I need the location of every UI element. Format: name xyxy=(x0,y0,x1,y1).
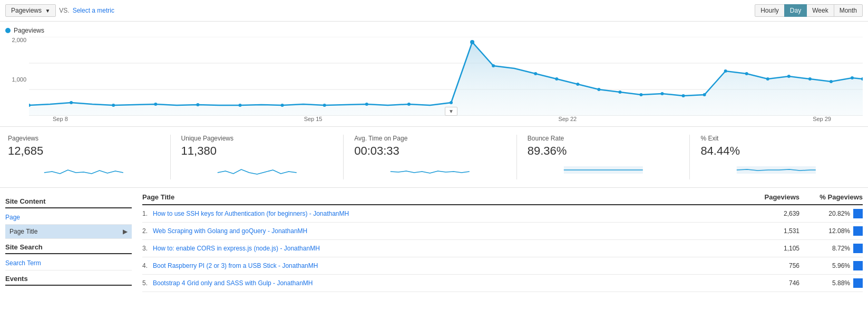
svg-point-20 xyxy=(576,83,579,86)
row-num-3: 3. xyxy=(142,245,153,252)
events-title: Events xyxy=(5,270,132,286)
arrow-icon: ▶ xyxy=(123,228,128,235)
metric-button-label: Pageviews xyxy=(11,7,42,14)
svg-point-28 xyxy=(745,72,748,75)
svg-point-17 xyxy=(492,64,495,67)
svg-point-8 xyxy=(154,103,157,106)
y-label-2000: 2,000 xyxy=(12,37,26,43)
dropdown-arrow-icon: ▼ xyxy=(45,8,50,14)
sidebar-link-search-term[interactable]: Search Term xyxy=(5,256,132,270)
svg-point-22 xyxy=(618,91,621,94)
svg-point-33 xyxy=(851,76,854,79)
metric-card-avg-time: Avg. Time on Page 00:03:33 xyxy=(344,135,517,179)
row-pct-text-2: 12.08% xyxy=(828,227,850,235)
pageviews-button[interactable]: Pageviews ▼ xyxy=(5,4,56,17)
svg-point-11 xyxy=(281,104,284,107)
metric-card-exit: % Exit 84.44% xyxy=(690,135,863,179)
chart-legend: Pageviews xyxy=(5,27,863,34)
metric-value-exit: 84.44% xyxy=(700,144,852,158)
pct-bar-5 xyxy=(853,278,863,288)
row-num-2: 2. xyxy=(142,227,153,235)
row-num-4: 4. xyxy=(142,262,153,269)
table-row: 5. Bootstrap 4 Grid only and SASS with G… xyxy=(142,275,863,292)
svg-point-30 xyxy=(787,75,791,78)
legend-label: Pageviews xyxy=(14,27,44,34)
svg-point-16 xyxy=(470,40,474,44)
sidebar-active-label: Page Title xyxy=(9,228,37,235)
svg-point-7 xyxy=(112,104,115,107)
row-pct-text-1: 20.82% xyxy=(828,210,850,217)
table-row: 1. How to use SSH keys for Authenticatio… xyxy=(142,205,863,223)
table-row: 2. Web Scraping with Golang and goQuery … xyxy=(142,223,863,240)
row-link-5[interactable]: Bootstrap 4 Grid only and SASS with Gulp… xyxy=(153,279,747,287)
svg-point-13 xyxy=(365,103,368,106)
x-axis-labels: Sep 8 Sep 15 Sep 22 Sep 29 xyxy=(29,116,863,126)
svg-point-23 xyxy=(639,93,642,96)
pct-bar-2 xyxy=(853,226,863,236)
row-num-5: 5. xyxy=(142,279,153,287)
sparkline-avg-time xyxy=(354,162,506,178)
svg-point-32 xyxy=(830,80,833,83)
hourly-button[interactable]: Hourly xyxy=(755,4,785,17)
legend-dot xyxy=(5,28,11,33)
y-axis-labels: 2,000 1,000 xyxy=(5,37,29,116)
x-label-sep29: Sep 29 xyxy=(813,116,831,126)
row-link-2[interactable]: Web Scraping with Golang and goQuery - J… xyxy=(153,227,747,235)
col-pct-header: % Pageviews xyxy=(799,193,863,201)
day-button[interactable]: Day xyxy=(784,4,807,17)
x-label-sep22: Sep 22 xyxy=(558,116,577,126)
row-pct-cell-3: 8.72% xyxy=(799,244,863,253)
row-pageviews-3: 1,105 xyxy=(747,245,799,252)
metric-title-unique: Unique Pageviews xyxy=(181,135,333,142)
bottom-section: Site Content Page Page Title ▶ Site Sear… xyxy=(0,188,868,297)
chart-area: Pageviews 2,000 1,000 xyxy=(0,22,868,127)
table-row: 3. How to: enable CORS in express.js (no… xyxy=(142,240,863,257)
toolbar: Pageviews ▼ VS. Select a metric Hourly D… xyxy=(0,0,868,22)
sparkline-exit xyxy=(700,162,852,178)
svg-point-14 xyxy=(407,103,411,106)
sidebar-link-page[interactable]: Page xyxy=(5,210,132,225)
metric-selector: Pageviews ▼ VS. Select a metric xyxy=(5,4,114,17)
row-pct-cell-1: 20.82% xyxy=(799,209,863,218)
select-metric-link[interactable]: Select a metric xyxy=(73,7,114,14)
row-pct-cell-5: 5.88% xyxy=(799,278,863,288)
row-pct-cell-4: 5.96% xyxy=(799,261,863,270)
week-button[interactable]: Week xyxy=(806,4,834,17)
chart-wrapper: 2,000 1,000 xyxy=(5,37,863,126)
svg-point-24 xyxy=(661,92,664,95)
svg-point-10 xyxy=(239,104,242,107)
metric-title-pageviews: Pageviews xyxy=(8,135,160,142)
sparkline-unique xyxy=(181,162,333,178)
sparkline-pageviews xyxy=(8,162,160,178)
row-link-1[interactable]: How to use SSH keys for Authentication (… xyxy=(153,210,747,217)
row-link-4[interactable]: Boot Raspberry PI (2 or 3) from a USB St… xyxy=(153,262,747,269)
site-content-title: Site Content xyxy=(5,193,132,208)
svg-point-12 xyxy=(323,104,326,107)
row-pct-text-3: 8.72% xyxy=(832,245,850,252)
right-table: Page Title Pageviews % Pageviews 1. How … xyxy=(142,193,863,292)
svg-point-21 xyxy=(597,88,600,91)
metric-card-bounce-rate: Bounce Rate 89.36% xyxy=(517,135,690,179)
annotation-area: ▼ xyxy=(445,107,457,116)
chart-svg xyxy=(29,37,863,116)
sparkline-bounce xyxy=(528,162,679,178)
row-link-3[interactable]: How to: enable CORS in express.js (node.… xyxy=(153,245,747,252)
annotation-button[interactable]: ▼ xyxy=(445,107,457,116)
pct-bar-4 xyxy=(853,261,863,270)
row-num-1: 1. xyxy=(142,210,153,217)
metric-card-pageviews: Pageviews 12,685 xyxy=(5,135,171,179)
metric-card-unique-pageviews: Unique Pageviews 11,380 xyxy=(171,135,344,179)
metric-title-exit: % Exit xyxy=(700,135,852,142)
x-label-sep15: Sep 15 xyxy=(304,116,323,126)
svg-point-19 xyxy=(555,77,558,81)
month-button[interactable]: Month xyxy=(834,4,863,17)
svg-point-6 xyxy=(70,101,73,104)
svg-point-15 xyxy=(450,101,453,104)
svg-point-29 xyxy=(766,77,769,81)
sidebar-item-page-title[interactable]: Page Title ▶ xyxy=(5,225,132,239)
metric-value-bounce: 89.36% xyxy=(528,144,679,158)
row-pct-text-4: 5.96% xyxy=(832,262,850,269)
metric-title-bounce: Bounce Rate xyxy=(528,135,679,142)
svg-point-26 xyxy=(703,93,706,96)
site-search-title: Site Search xyxy=(5,239,132,254)
